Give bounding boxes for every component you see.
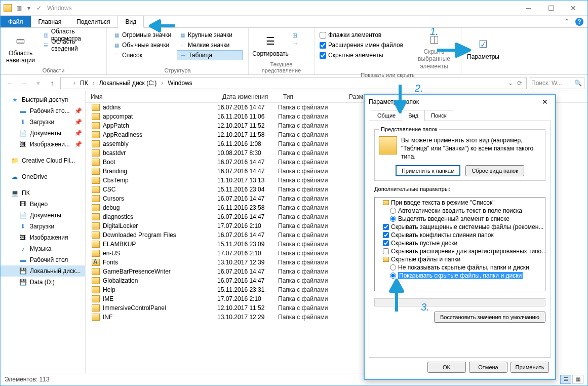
- apply-to-folders-button[interactable]: Применить к папкам: [396, 165, 461, 176]
- address-dropdown-icon[interactable]: ⌄: [508, 80, 513, 87]
- nav-downloads2[interactable]: ⬇Загрузки: [1, 221, 85, 232]
- minimize-button[interactable]: ─: [518, 1, 540, 15]
- nav-quick-access[interactable]: ★Быстрый доступ: [1, 94, 85, 105]
- crumb-pc[interactable]: ПК: [79, 80, 89, 87]
- folder-icon: [383, 200, 389, 205]
- restore-defaults-button[interactable]: Восстановить значения по умолчанию: [434, 312, 545, 323]
- dlg-tab-search[interactable]: Поиск: [424, 110, 453, 121]
- dialog-close-button[interactable]: ✕: [539, 98, 551, 106]
- crumb-folder[interactable]: Windows: [167, 80, 193, 87]
- qat-properties-icon[interactable]: ▥: [15, 4, 23, 12]
- menu-view[interactable]: Вид: [117, 16, 144, 28]
- checkbox-ext-input[interactable]: [320, 42, 326, 49]
- nav-pane-button[interactable]: ▭ Область навигации: [5, 30, 36, 66]
- nav-documents[interactable]: 📄Документы📌: [1, 128, 85, 139]
- chk-hide-protected[interactable]: [383, 224, 389, 230]
- dlg-tab-general[interactable]: Общие: [371, 110, 402, 121]
- file-name: Boot: [103, 159, 115, 166]
- nav-documents2[interactable]: 📄Документы: [1, 210, 85, 221]
- nav-history-button[interactable]: ▾: [32, 77, 44, 89]
- file-type: Папка с файлами: [278, 122, 344, 129]
- close-button[interactable]: ✕: [562, 1, 584, 15]
- checkbox-extensions[interactable]: Расширения имен файлов: [319, 40, 407, 50]
- add-column-icon[interactable]: ⊞: [292, 32, 298, 39]
- annotation-number-3: 3.: [421, 301, 429, 313]
- nav-data-d[interactable]: 💾Data (D:): [1, 277, 85, 288]
- checkbox-hidden[interactable]: Скрытые элементы: [319, 50, 407, 60]
- nav-desktop2[interactable]: ▬Рабочий стол: [1, 254, 85, 265]
- h-scrollbar[interactable]: [374, 298, 545, 306]
- dlg-tab-view[interactable]: Вид: [402, 110, 425, 121]
- layout-huge[interactable]: ▦Огромные значки: [111, 30, 177, 40]
- layout-list[interactable]: ≣Список: [111, 50, 177, 60]
- nav-pane-label: Область навигации: [6, 50, 35, 64]
- crumb-disk[interactable]: Локальный диск (C:): [98, 80, 158, 87]
- file-date: 10.08.2017 8:30: [217, 149, 278, 157]
- reset-folders-button[interactable]: Сброс вида папок: [465, 165, 524, 176]
- menu-home[interactable]: Главная: [31, 16, 69, 28]
- nav-up-button[interactable]: ↑: [46, 77, 58, 89]
- view-thumbnails-button[interactable]: ▦: [572, 375, 583, 384]
- layout-large[interactable]: ▦Крупные значки: [177, 30, 243, 40]
- menu-share[interactable]: Поделиться: [69, 16, 117, 28]
- menu-file[interactable]: Файл: [1, 16, 31, 28]
- help-icon[interactable]: ?: [575, 18, 583, 26]
- nav-video[interactable]: 🎞Видео: [1, 199, 85, 210]
- advanced-settings-box[interactable]: При вводе текста в режиме "Список" Автом…: [374, 197, 545, 291]
- group-caption-current: Текущее представление: [253, 60, 310, 73]
- radio-select-typed[interactable]: [390, 216, 396, 222]
- col-name[interactable]: Имя: [86, 93, 217, 100]
- annotation-number-1: 1.: [430, 26, 439, 37]
- folder-views-text: Вы можете применить этот вид (например, …: [401, 136, 541, 161]
- nav-downloads[interactable]: ⬇Загрузки📌: [1, 117, 85, 128]
- radio-show-hidden[interactable]: [390, 273, 396, 279]
- nav-forward-button[interactable]: →: [18, 77, 30, 89]
- file-type: Папка с файлами: [278, 140, 344, 147]
- disk-icon: 💾: [19, 267, 27, 275]
- nav-local-c[interactable]: 💾Локальный диск...: [1, 265, 85, 277]
- layout-small[interactable]: ▫Мелкие значки: [177, 40, 243, 50]
- maximize-button[interactable]: ☐: [540, 1, 562, 15]
- file-date: 16.07.2016 14:47: [217, 277, 278, 284]
- nav-desktop[interactable]: ▬Рабочий сто...📌: [1, 105, 85, 117]
- address-box[interactable]: › ПК › Локальный диск (C:) › Windows ⌄ ⟳: [60, 77, 527, 89]
- file-name: AppReadiness: [103, 131, 142, 138]
- checkbox-item-boxes[interactable]: Флажки элементов: [319, 30, 407, 40]
- cancel-button[interactable]: Отмена: [469, 362, 507, 373]
- nav-back-button[interactable]: ←: [4, 77, 16, 89]
- radio-hide-hidden[interactable]: [390, 264, 396, 271]
- file-type: Папка с файлами: [278, 149, 344, 157]
- ok-button[interactable]: OK: [427, 362, 466, 373]
- options-button[interactable]: ☑ Параметры: [465, 30, 501, 66]
- col-type[interactable]: Тип: [278, 93, 344, 100]
- sort-button[interactable]: ☰ Сортировать: [253, 30, 288, 60]
- details-pane-button[interactable]: ☰Область сведений: [41, 40, 102, 50]
- nav-pictures2[interactable]: 🖼Изображения: [1, 232, 85, 243]
- sort-icon: ☰: [262, 33, 279, 49]
- chk-hide-merge[interactable]: [383, 232, 389, 238]
- size-column-icon[interactable]: ↔: [292, 40, 298, 47]
- search-box[interactable]: Поиск: W... 🔍: [529, 77, 584, 89]
- layout-medium[interactable]: ▦Обычные значки: [111, 40, 177, 50]
- col-date[interactable]: Дата изменения: [217, 93, 278, 100]
- radio-auto-type[interactable]: [390, 208, 396, 214]
- qat-check-icon[interactable]: ✓: [35, 4, 43, 12]
- checkbox-hidden-input[interactable]: [320, 52, 326, 59]
- layout-table[interactable]: ☰Таблица: [177, 50, 243, 60]
- ribbon-collapse-button[interactable]: ⌃: [560, 16, 573, 28]
- nav-music[interactable]: ♪Музыка: [1, 243, 85, 254]
- picture-icon: 🖼: [19, 140, 27, 148]
- file-name: GameBarPresenceWriter: [103, 268, 171, 275]
- qat-new-folder-icon[interactable]: ▾: [25, 4, 33, 12]
- view-details-button[interactable]: ☰: [560, 375, 571, 384]
- apply-button[interactable]: Применить: [511, 362, 549, 373]
- checkbox-boxes-input[interactable]: [320, 32, 326, 38]
- navigation-pane: ★Быстрый доступ ▬Рабочий сто...📌 ⬇Загруз…: [1, 91, 86, 373]
- address-refresh-icon[interactable]: ⟳: [515, 80, 524, 87]
- nav-creative-cloud[interactable]: 📁Creative Cloud Fil...: [1, 155, 85, 166]
- nav-pc[interactable]: 💻ПК: [1, 187, 85, 199]
- chk-hide-ext[interactable]: [383, 248, 389, 254]
- nav-pictures[interactable]: 🖼Изображени...📌: [1, 139, 85, 150]
- nav-onedrive[interactable]: ☁OneDrive: [1, 171, 85, 182]
- chk-hide-empty[interactable]: [383, 240, 389, 246]
